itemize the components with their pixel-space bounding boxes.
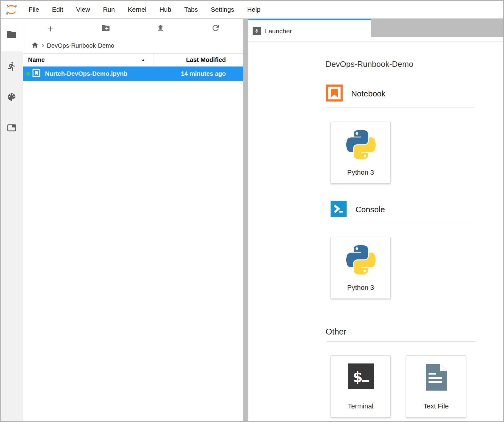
launcher-cwd-title: DevOps-Runbook-Demo <box>326 59 503 69</box>
svg-text:$: $ <box>353 369 363 385</box>
section-notebook-header: Notebook <box>326 84 503 103</box>
menu-kernel[interactable]: Kernel <box>121 6 153 13</box>
jupyter-logo-icon <box>4 3 18 16</box>
new-folder-button[interactable] <box>78 19 133 38</box>
jupyterlab-window: File Edit View Run Kernel Hub Tabs Setti… <box>0 0 504 422</box>
other-cards-row: $ Terminal <box>326 342 503 417</box>
new-folder-icon <box>101 23 110 34</box>
launcher-card-terminal[interactable]: $ Terminal <box>331 355 391 417</box>
file-browser-panel: + <box>23 19 243 421</box>
card-label: Python 3 <box>347 284 374 292</box>
menu-tabs[interactable]: Tabs <box>178 6 204 13</box>
file-browser-toolbar: + <box>23 19 243 38</box>
section-console-label: Console <box>356 205 385 214</box>
kernel-running-indicator <box>26 72 30 76</box>
palette-icon <box>7 92 17 103</box>
panel-splitter-handle[interactable] <box>243 19 248 421</box>
refresh-button[interactable] <box>188 19 243 38</box>
tabs-icon <box>6 123 17 134</box>
python-logo-icon <box>346 130 376 160</box>
menu-settings[interactable]: Settings <box>204 6 241 13</box>
sidebar-tab-files[interactable] <box>1 19 23 51</box>
file-list-empty-area <box>23 81 243 421</box>
section-divider <box>326 108 475 108</box>
menu-edit[interactable]: Edit <box>46 6 70 13</box>
menu-bar: File Edit View Run Kernel Hub Tabs Setti… <box>1 1 503 19</box>
console-icon <box>331 201 347 218</box>
name-column-label: Name <box>28 56 45 63</box>
file-name: Nurtch-DevOps-Demo.ipynb <box>45 70 181 77</box>
card-label: Text File <box>424 402 449 410</box>
activity-bar <box>1 19 23 421</box>
tab-launcher[interactable]: Launcher <box>248 19 371 42</box>
file-last-modified: 14 minutes ago <box>181 70 243 77</box>
launcher-card-console-python3[interactable]: Python 3 <box>331 237 391 299</box>
section-console-header: Console <box>331 201 503 218</box>
dock-tab-bar: Launcher <box>248 19 503 42</box>
menu-hub[interactable]: Hub <box>153 6 178 13</box>
menu-items: File Edit View Run Kernel Hub Tabs Setti… <box>22 6 267 13</box>
folder-icon <box>6 29 17 41</box>
running-man-icon <box>7 61 17 72</box>
sidebar-tab-open-tabs[interactable] <box>1 113 23 144</box>
text-file-icon <box>425 363 448 392</box>
menu-file[interactable]: File <box>22 6 46 13</box>
menu-help[interactable]: Help <box>241 6 267 13</box>
launcher-card-notebook-python3[interactable]: Python 3 <box>331 122 391 184</box>
sidebar-tab-commands[interactable] <box>1 82 23 113</box>
terminal-icon: $ <box>348 363 374 391</box>
upload-button[interactable] <box>133 19 188 38</box>
sort-ascending-icon: ▲ <box>141 58 145 62</box>
breadcrumb: › DevOps-Runbook-Demo <box>23 38 243 53</box>
section-other-label: Other <box>326 327 503 337</box>
python-logo-icon <box>346 245 376 276</box>
column-header-name[interactable]: Name ▲ <box>23 54 153 66</box>
home-icon[interactable] <box>31 41 39 50</box>
breadcrumb-current-folder[interactable]: DevOps-Runbook-Demo <box>47 42 114 49</box>
launcher-card-text-file[interactable]: Text File <box>406 355 466 417</box>
tab-launcher-label: Launcher <box>265 27 292 35</box>
launcher-rocket-icon <box>253 27 261 35</box>
plus-icon: + <box>47 23 54 34</box>
menu-run[interactable]: Run <box>96 6 121 13</box>
file-row-selected[interactable]: Nurtch-DevOps-Demo.ipynb 14 minutes ago <box>23 67 243 81</box>
menu-view[interactable]: View <box>70 6 96 13</box>
main-dock-panel: Launcher DevOps-Runbook-Demo Notebook <box>248 19 503 421</box>
breadcrumb-separator: › <box>42 42 44 50</box>
notebook-file-icon <box>32 69 40 79</box>
new-launcher-button[interactable]: + <box>23 19 78 38</box>
section-notebook-label: Notebook <box>351 89 385 99</box>
launcher-panel: DevOps-Runbook-Demo Notebook <box>248 42 503 421</box>
upload-icon <box>156 23 165 34</box>
card-label: Terminal <box>348 402 373 410</box>
column-header-last-modified[interactable]: Last Modified <box>153 56 243 63</box>
section-divider <box>326 223 475 223</box>
file-list-header: Name ▲ Last Modified <box>23 53 243 67</box>
sidebar-tab-running[interactable] <box>1 51 23 82</box>
card-label: Python 3 <box>347 168 374 177</box>
notebook-icon <box>326 84 343 103</box>
refresh-icon <box>211 23 220 34</box>
